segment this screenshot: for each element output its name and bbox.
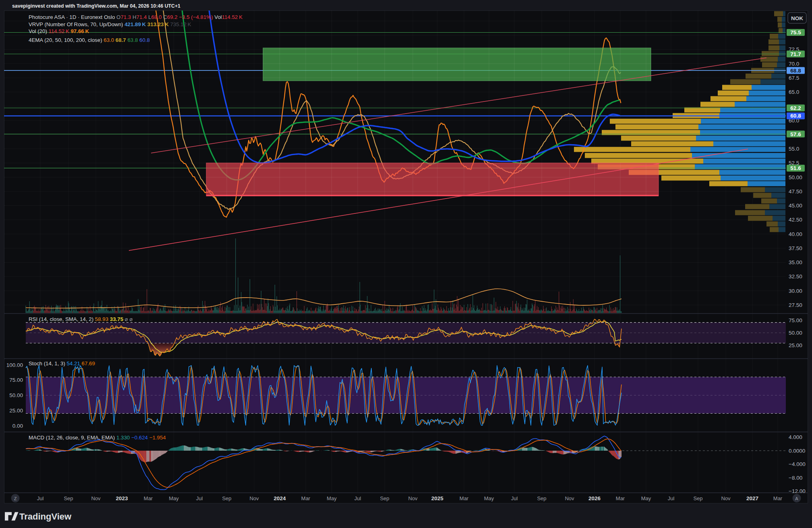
svg-text:27.50: 27.50: [789, 302, 802, 308]
svg-text:2026: 2026: [588, 495, 601, 501]
svg-text:2025: 2025: [431, 495, 444, 501]
svg-text:75.5: 75.5: [790, 29, 801, 35]
svg-text:30.00: 30.00: [789, 288, 802, 294]
svg-text:Mar: Mar: [460, 495, 469, 501]
svg-text:25.00: 25.00: [789, 342, 802, 348]
svg-text:0.00: 0.00: [12, 423, 23, 429]
svg-text:Z: Z: [14, 496, 17, 501]
svg-text:Sep: Sep: [537, 495, 546, 501]
svg-text:45.00: 45.00: [789, 203, 802, 209]
svg-text:Mar: Mar: [301, 495, 311, 501]
svg-text:67.5: 67.5: [789, 75, 799, 81]
svg-text:May: May: [641, 495, 651, 501]
svg-text:35.00: 35.00: [789, 259, 802, 265]
svg-text:100.00: 100.00: [6, 362, 23, 368]
svg-text:RSI (14, close, SMA, 14, 2) 58: RSI (14, close, SMA, 14, 2) 58.93 33.75 …: [29, 316, 133, 322]
svg-text:Nov: Nov: [91, 495, 101, 501]
svg-text:VRVP (Number Of Rows, 70, Up/D: VRVP (Number Of Rows, 70, Up/Down) 421.8…: [29, 21, 191, 27]
svg-text:37.50: 37.50: [789, 245, 802, 251]
svg-text:TradingView: TradingView: [19, 511, 72, 522]
svg-text:47.50: 47.50: [789, 188, 802, 195]
svg-text:May: May: [484, 495, 494, 501]
svg-text:2027: 2027: [746, 495, 758, 501]
svg-text:Mar: Mar: [773, 495, 783, 501]
svg-text:NOK: NOK: [791, 15, 803, 21]
svg-text:71.7: 71.7: [790, 51, 801, 57]
svg-text:50.00: 50.00: [789, 330, 802, 336]
svg-text:Mar: Mar: [144, 495, 153, 501]
svg-text:Nov: Nov: [408, 495, 418, 501]
svg-text:Jul: Jul: [37, 495, 44, 501]
svg-text:4EMA (20, 50, 100, 200, close): 4EMA (20, 50, 100, 200, close) 63.0 68.7…: [29, 37, 150, 43]
svg-text:Mar: Mar: [616, 495, 625, 501]
svg-text:Sep: Sep: [693, 495, 702, 501]
svg-text:68.8: 68.8: [790, 68, 801, 74]
svg-text:−8.00: −8.00: [789, 475, 802, 481]
svg-text:Jul: Jul: [668, 495, 675, 501]
svg-text:57.6: 57.6: [790, 131, 801, 137]
svg-text:42.50: 42.50: [789, 217, 802, 223]
svg-text:65.0: 65.0: [789, 89, 799, 95]
svg-text:May: May: [169, 495, 179, 501]
svg-text:Vol (20) 114.52 K 97.66 K: Vol (20) 114.52 K 97.66 K: [29, 28, 89, 34]
svg-text:75.00: 75.00: [789, 317, 802, 323]
svg-text:62.2: 62.2: [790, 105, 801, 111]
svg-text:Sep: Sep: [64, 495, 73, 501]
svg-text:2024: 2024: [273, 495, 286, 501]
svg-text:50.00: 50.00: [9, 392, 23, 398]
svg-text:Sep: Sep: [222, 495, 231, 501]
svg-text:−4.000: −4.000: [789, 461, 806, 467]
svg-text:75.00: 75.00: [9, 377, 23, 383]
svg-text:Nov: Nov: [721, 495, 731, 501]
svg-text:40.00: 40.00: [789, 231, 802, 237]
svg-text:0.0000: 0.0000: [789, 448, 805, 454]
svg-text:Jul: Jul: [196, 495, 203, 501]
svg-text:2023: 2023: [116, 495, 128, 501]
svg-text:MACD (12, 26, close, 9, EMA, E: MACD (12, 26, close, 9, EMA, EMA) 1.330 …: [29, 435, 166, 441]
svg-text:savepiginvest created with Tra: savepiginvest created with TradingView.c…: [12, 3, 180, 9]
svg-text:51.6: 51.6: [790, 165, 801, 171]
svg-text:25.00: 25.00: [9, 408, 23, 414]
svg-text:32.50: 32.50: [789, 273, 802, 280]
svg-text:Jul: Jul: [511, 495, 518, 501]
svg-text:Nov: Nov: [249, 495, 259, 501]
svg-text:50.00: 50.00: [789, 174, 802, 180]
svg-text:A: A: [795, 496, 798, 501]
svg-text:4.000: 4.000: [789, 434, 802, 440]
svg-text:55.0: 55.0: [789, 146, 799, 152]
svg-text:60.8: 60.8: [790, 113, 801, 119]
svg-text:May: May: [327, 495, 337, 501]
svg-text:Nov: Nov: [565, 495, 574, 501]
svg-text:70.0: 70.0: [789, 61, 799, 67]
svg-text:−12.00: −12.00: [789, 488, 806, 494]
svg-text:Jul: Jul: [354, 495, 361, 501]
svg-text:Photocure ASA · 1D · Euronext: Photocure ASA · 1D · Euronext Oslo O71.3…: [29, 14, 242, 20]
svg-text:Sep: Sep: [380, 495, 389, 501]
svg-text:Stoch (14, 1, 3) 54.21 67.69: Stoch (14, 1, 3) 54.21 67.69: [29, 360, 95, 366]
